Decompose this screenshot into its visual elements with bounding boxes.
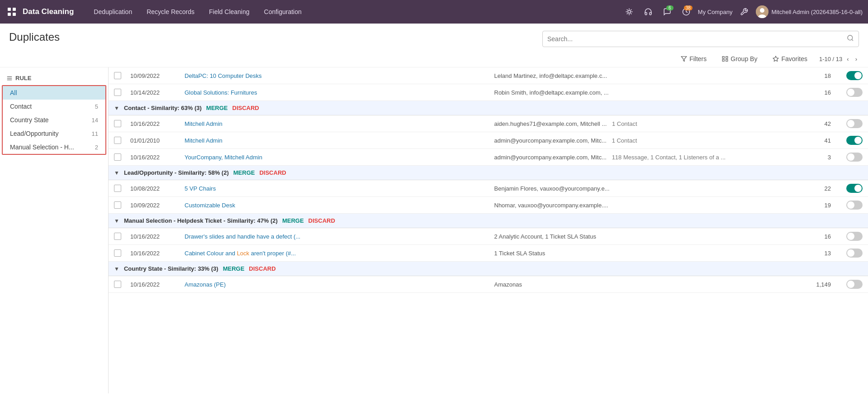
bug-icon-btn[interactable] bbox=[622, 5, 636, 19]
row-toggle[interactable] bbox=[846, 153, 863, 162]
top-navigation: Data Cleaning Deduplication Recycle Reco… bbox=[0, 0, 868, 24]
search-icon[interactable] bbox=[847, 34, 854, 43]
topnav-right: 6 38 My Company Mitchell Admin (20264385… bbox=[622, 5, 863, 19]
cell-contact: 2 Analytic Account, 1 Ticket SLA Status bbox=[494, 233, 804, 240]
group-by-button[interactable]: Group By bbox=[718, 53, 761, 64]
row-toggle[interactable] bbox=[846, 280, 863, 289]
discard-button[interactable]: DISCARD bbox=[259, 169, 286, 176]
discard-button[interactable]: DISCARD bbox=[232, 105, 259, 111]
svg-marker-11 bbox=[681, 57, 687, 62]
menu-deduplication[interactable]: Deduplication bbox=[86, 0, 139, 24]
merge-button[interactable]: MERGE bbox=[206, 105, 228, 111]
cell-date: 10/09/2022 bbox=[130, 72, 185, 79]
cell-date: 10/08/2022 bbox=[130, 185, 185, 192]
pagination-next[interactable]: › bbox=[854, 55, 859, 63]
merge-button[interactable]: MERGE bbox=[223, 265, 245, 272]
cell-contact: Nhomar, vauxoo@yourcompany.example.... bbox=[494, 202, 804, 209]
cell-num: 42 bbox=[804, 120, 831, 127]
sidebar-item-country-state[interactable]: Country State 14 bbox=[3, 113, 105, 127]
toolbar: Filters Group By Favorites 1-10 / 13 ‹ › bbox=[0, 51, 868, 67]
sidebar-item-contact[interactable]: Contact 5 bbox=[3, 100, 105, 113]
menu-field-cleaning[interactable]: Field Cleaning bbox=[202, 0, 257, 24]
merge-button[interactable]: MERGE bbox=[282, 217, 304, 224]
cell-name[interactable]: Customizable Desk bbox=[185, 202, 494, 209]
cell-name[interactable]: Mitchell Admin bbox=[185, 120, 494, 127]
row-checkbox[interactable] bbox=[114, 201, 121, 209]
merge-button[interactable]: MERGE bbox=[233, 169, 255, 176]
row-toggle[interactable] bbox=[846, 71, 863, 80]
group-title: Country State - Similarity: 33% (3) bbox=[124, 265, 218, 272]
row-checkbox[interactable] bbox=[114, 153, 121, 161]
main-layout: RULE All Contact 5 Country State 14 Lead… bbox=[0, 67, 868, 393]
favorites-button[interactable]: Favorites bbox=[769, 53, 811, 64]
table-row: 10/09/2022 DeltaPC: 10 Computer Desks Le… bbox=[109, 67, 868, 84]
sidebar-item-lead[interactable]: Lead/Opportunity 11 bbox=[3, 127, 105, 140]
row-toggle[interactable] bbox=[846, 88, 863, 97]
row-toggle[interactable] bbox=[846, 201, 863, 210]
activity-icon-btn[interactable]: 38 bbox=[679, 5, 693, 19]
row-toggle[interactable] bbox=[846, 232, 863, 241]
cell-date: 10/09/2022 bbox=[130, 202, 185, 209]
cell-name[interactable]: Mitchell Admin bbox=[185, 137, 494, 144]
cell-name[interactable]: YourCompany, Mitchell Admin bbox=[185, 154, 494, 161]
group-header-country: ▼ Country State - Similarity: 33% (3) ME… bbox=[109, 262, 868, 276]
group-collapse-arrow[interactable]: ▼ bbox=[114, 105, 119, 111]
table-row: 10/16/2022 Mitchell Admin aiden.hughes71… bbox=[109, 115, 868, 132]
row-checkbox[interactable] bbox=[114, 233, 121, 240]
cell-date: 10/16/2022 bbox=[130, 250, 185, 257]
cell-name[interactable]: Cabinet Colour and Lock aren't proper (#… bbox=[185, 250, 494, 257]
pagination-prev[interactable]: ‹ bbox=[845, 55, 850, 63]
row-toggle[interactable] bbox=[846, 119, 863, 128]
group-collapse-arrow[interactable]: ▼ bbox=[114, 170, 119, 176]
settings-icon-btn[interactable] bbox=[737, 5, 751, 19]
sidebar-item-manual[interactable]: Manual Selection - H... 2 bbox=[3, 140, 105, 154]
row-checkbox[interactable] bbox=[114, 120, 121, 127]
search-bar[interactable] bbox=[542, 31, 859, 47]
cell-name[interactable]: Global Solutions: Furnitures bbox=[185, 89, 494, 96]
table-row: 10/16/2022 Drawer's slides and handle ha… bbox=[109, 228, 868, 245]
cell-name[interactable]: 5 VP Chairs bbox=[185, 185, 494, 192]
chat-badge: 6 bbox=[666, 5, 674, 10]
svg-rect-13 bbox=[726, 57, 728, 58]
row-toggle[interactable] bbox=[846, 184, 863, 193]
app-title: Data Cleaning bbox=[23, 7, 74, 16]
row-checkbox[interactable] bbox=[114, 249, 121, 257]
row-toggle[interactable] bbox=[846, 249, 863, 258]
cell-name[interactable]: Amazonas (PE) bbox=[185, 281, 494, 288]
row-checkbox[interactable] bbox=[114, 89, 121, 96]
app-grid-icon[interactable] bbox=[5, 5, 18, 18]
menu-recycle-records[interactable]: Recycle Records bbox=[139, 0, 202, 24]
cell-name[interactable]: Drawer's slides and handle have a defect… bbox=[185, 233, 494, 240]
group-collapse-arrow[interactable]: ▼ bbox=[114, 266, 119, 272]
svg-rect-12 bbox=[722, 57, 724, 58]
cell-num: 16 bbox=[804, 89, 831, 96]
menu-configuration[interactable]: Configuration bbox=[257, 0, 309, 24]
table-row: 01/01/2010 Mitchell Admin admin@yourcomp… bbox=[109, 132, 868, 149]
sidebar-item-all[interactable]: All bbox=[3, 86, 105, 100]
discard-button[interactable]: DISCARD bbox=[308, 217, 335, 224]
cell-name[interactable]: DeltaPC: 10 Computer Desks bbox=[185, 72, 494, 79]
chat-icon-btn[interactable]: 6 bbox=[660, 5, 674, 19]
cell-date: 10/16/2022 bbox=[130, 120, 185, 127]
row-toggle[interactable] bbox=[846, 136, 863, 145]
svg-rect-3 bbox=[13, 13, 16, 16]
sidebar-highlight-box: All Contact 5 Country State 14 Lead/Oppo… bbox=[2, 85, 106, 155]
cell-num: 19 bbox=[804, 202, 831, 209]
cell-contact: admin@yourcompany.example.com, Mitc... 1… bbox=[494, 137, 804, 144]
user-menu[interactable]: Mitchell Admin (20264385-16-0-all) bbox=[756, 5, 863, 18]
sidebar-rule-header: RULE bbox=[0, 72, 108, 84]
cell-num: 18 bbox=[804, 72, 831, 79]
filters-button[interactable]: Filters bbox=[677, 53, 710, 64]
group-collapse-arrow[interactable]: ▼ bbox=[114, 218, 119, 224]
row-checkbox[interactable] bbox=[114, 137, 121, 144]
search-input[interactable] bbox=[547, 35, 844, 43]
cell-contact: Leland Martinez, info@deltapc.example.c.… bbox=[494, 72, 804, 79]
table-row: 10/08/2022 5 VP Chairs Benjamin Flores, … bbox=[109, 180, 868, 197]
cell-contact: 1 Ticket SLA Status bbox=[494, 250, 804, 257]
company-name[interactable]: My Company bbox=[698, 9, 733, 15]
row-checkbox[interactable] bbox=[114, 185, 121, 192]
row-checkbox[interactable] bbox=[114, 72, 121, 79]
discard-button[interactable]: DISCARD bbox=[249, 265, 275, 272]
row-checkbox[interactable] bbox=[114, 281, 121, 288]
headset-icon-btn[interactable] bbox=[641, 5, 655, 19]
